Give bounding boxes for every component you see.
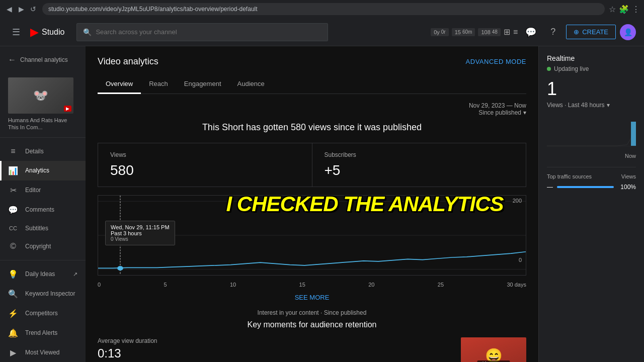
dropdown-icon: ▾ [607, 102, 610, 109]
shorts-badge: ▶ [64, 106, 71, 112]
date-range-sub: Since published ▾ [478, 109, 526, 116]
browser-nav-buttons[interactable]: ◀ ▶ ↺ [4, 4, 38, 14]
sidebar-item-copyright[interactable]: © Copyright [0, 237, 86, 256]
retention-section: Interest in your content · Since publish… [98, 309, 526, 362]
channel-name: Humans And Rats Have This In Com... [8, 117, 77, 131]
copyright-icon: © [8, 242, 18, 251]
sidebar-item-trend-alerts[interactable]: 🔔 Trend Alerts [0, 323, 86, 343]
sidebar-item-details[interactable]: ≡ Details [0, 142, 86, 161]
extensions-icon[interactable]: 🧩 [619, 5, 629, 14]
stats-row: Views 580 Subscribers +5 [98, 143, 526, 187]
channel-thumb: 🐭 ▶ Humans And Rats Have This In Com... [0, 71, 86, 138]
yt-studio: ☰ ▶ Studio 🔍 0y 0r 15 60m 108 48 [0, 18, 644, 362]
sidebar-item-competitors[interactable]: ⚡ Competitors [0, 304, 86, 323]
tab-overview[interactable]: Overview [98, 75, 141, 94]
menu-icon[interactable]: ⋮ [632, 5, 640, 14]
address-bar[interactable]: studio.youtube.com/video/yJzpML5uUP8/ana… [42, 3, 605, 15]
bookmark-icon[interactable]: ☆ [609, 5, 616, 14]
date-range-text: Nov 29, 2023 — Now [469, 102, 526, 109]
page-title-row: Video analytics ADVANCED MODE [98, 56, 526, 67]
traffic-bar-bg [557, 186, 614, 188]
keyword-icon: 🔍 [8, 289, 18, 299]
traffic-header: Top traffic sources Views [547, 173, 636, 179]
main-content-wrapper: Video analytics ADVANCED MODE Overview R… [86, 46, 644, 362]
chart-y-max: 200 [513, 198, 522, 204]
nav-extra-icon-2[interactable]: ≡ [513, 28, 518, 37]
traffic-section: Top traffic sources Views — 100% [547, 167, 636, 191]
realtime-title: Realtime [547, 54, 636, 62]
yt-logo: ▶ Studio [30, 26, 64, 39]
chart-x-labels: 0 5 10 15 20 25 30 days [98, 280, 526, 290]
traffic-bar-fill [557, 186, 614, 188]
avg-view-duration-label: Average view duration [98, 337, 451, 344]
sidebar-nav: ≡ Details 📊 Analytics ✂ Editor 💬 Comment… [0, 142, 86, 362]
subscribers-label: Subscribers [325, 151, 514, 158]
advanced-mode-button[interactable]: ADVANCED MODE [466, 58, 526, 65]
retention-stats: Average view duration 0:13 Average perce… [98, 337, 451, 362]
realtime-count: 1 [547, 78, 636, 100]
search-icon: 🔍 [83, 28, 92, 36]
traffic-pct: 100% [618, 184, 636, 191]
back-arrow-icon: ← [8, 55, 16, 64]
stat-badge-1: 0y 0r [431, 28, 449, 36]
tab-audience[interactable]: Audience [229, 75, 273, 94]
help-icon[interactable]: ? [544, 23, 562, 41]
live-dot [547, 67, 551, 71]
search-input[interactable] [96, 28, 321, 36]
realtime-views-sub[interactable]: Views · Last 48 hours ▾ [547, 102, 636, 109]
chart-area: 200 0 Wed, Nov 29, 11:15 PM Past 3 hours… [98, 195, 526, 276]
comments-nav-icon: 💬 [8, 205, 18, 215]
see-more-button[interactable]: SEE MORE [98, 294, 526, 301]
details-icon: ≡ [8, 147, 18, 156]
sidebar-item-analytics[interactable]: 📊 Analytics [0, 161, 86, 180]
analytics-tabs: Overview Reach Engagement Audience [98, 75, 526, 94]
search-bar-container[interactable]: 🔍 [76, 23, 328, 41]
avatar[interactable]: 👤 [620, 24, 636, 40]
back-icon[interactable]: ◀ [4, 4, 14, 14]
subscribers-card: Subscribers +5 [312, 143, 526, 187]
subtitles-icon: CC [8, 225, 18, 231]
page-title: Video analytics [98, 56, 158, 67]
forward-icon[interactable]: ▶ [16, 4, 26, 14]
tab-reach[interactable]: Reach [141, 75, 176, 94]
youtube-icon: ▶ [30, 26, 39, 39]
tab-engagement[interactable]: Engagement [176, 75, 229, 94]
top-nav: ☰ ▶ Studio 🔍 0y 0r 15 60m 108 48 [0, 18, 644, 46]
video-preview: 😄 Did you know... ▶ 0:00 / 0:17 ⚙ [461, 337, 526, 362]
nav-extra-icon-1[interactable]: ⊞ [504, 27, 510, 37]
competitors-icon: ⚡ [8, 309, 18, 318]
sidebar-item-editor[interactable]: ✂ Editor [0, 180, 86, 200]
sidebar-back[interactable]: ← Channel analytics [0, 50, 86, 69]
subscribers-value: +5 [325, 162, 514, 178]
date-range-selector[interactable]: Nov 29, 2023 — Now Since published ▾ [469, 102, 526, 116]
stat-badge-3: 108 48 [478, 28, 500, 36]
sidebar: ← Channel analytics 🐭 ▶ Humans And Rats … [0, 46, 86, 362]
realtime-chart [547, 117, 636, 147]
channel-thumbnail-image: 🐭 ▶ [8, 77, 73, 114]
reload-icon[interactable]: ↺ [28, 4, 38, 14]
date-range-section: Nov 29, 2023 — Now Since published ▾ [98, 102, 526, 116]
analytics-headline: This Short has gotten 580 views since it… [98, 122, 526, 133]
create-icon: ⊕ [574, 28, 579, 36]
hamburger-icon[interactable]: ☰ [8, 23, 24, 42]
create-button[interactable]: ⊕ CREATE [566, 25, 616, 39]
realtime-now-label: Now [547, 153, 636, 159]
comments-icon[interactable]: 💬 [522, 23, 540, 41]
chart-y-min: 0 [519, 257, 522, 263]
chart-svg [98, 196, 526, 275]
sidebar-item-daily-ideas[interactable]: 💡 Daily Ideas ↗ [0, 264, 86, 284]
sidebar-item-most-viewed[interactable]: ▶ Most Viewed [0, 343, 86, 362]
most-viewed-icon: ▶ [8, 348, 18, 357]
sidebar-item-keyword-inspector[interactable]: 🔍 Keyword Inspector [0, 284, 86, 304]
dropdown-arrow: ▾ [523, 109, 526, 116]
main-layout: ← Channel analytics 🐭 ▶ Humans And Rats … [0, 46, 644, 362]
avg-view-duration-value: 0:13 [98, 346, 451, 360]
stat-badge-2: 15 60m [452, 28, 475, 36]
sidebar-item-subtitles[interactable]: CC Subtitles [0, 220, 86, 237]
views-value: 580 [110, 162, 300, 178]
traffic-source-label: — [547, 184, 553, 191]
sidebar-item-comments[interactable]: 💬 Comments [0, 200, 86, 220]
traffic-row: — 100% [547, 184, 636, 191]
browser-actions: ☆ 🧩 ⋮ [609, 5, 640, 14]
analytics-icon: 📊 [8, 166, 18, 175]
